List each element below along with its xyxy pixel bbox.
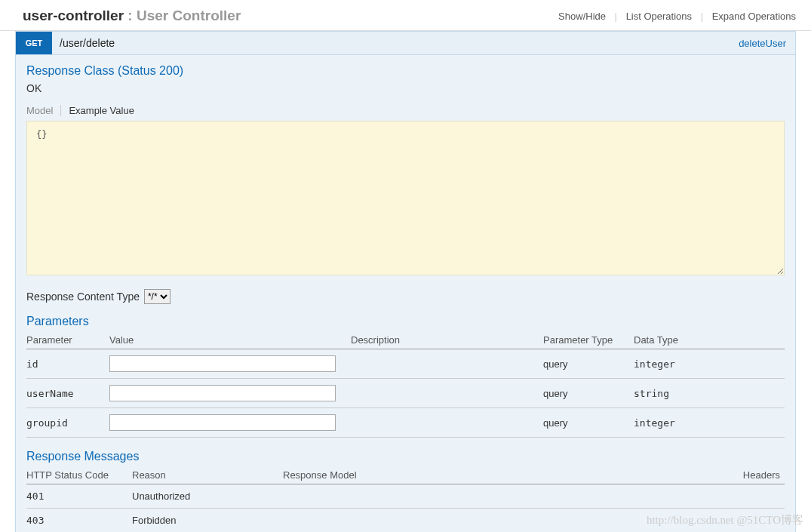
separator: | (701, 11, 703, 22)
response-message-row: 403 Forbidden (26, 509, 785, 533)
param-data-type: string (634, 379, 785, 408)
response-class-tabs: Model Example Value (26, 105, 785, 116)
response-model (283, 509, 724, 533)
reason: Unauthorized (132, 484, 283, 509)
controller-description: User Controller (137, 8, 241, 23)
col-description: Description (351, 331, 543, 349)
col-parameter: Parameter (26, 331, 109, 349)
separator: | (615, 11, 617, 22)
operation-bar[interactable]: GET /user/delete deleteUser (15, 31, 796, 55)
controller-title[interactable]: user-controller : User Controller (23, 8, 241, 24)
param-value-input[interactable] (109, 414, 336, 431)
col-response-model: Response Model (283, 466, 724, 484)
col-reason: Reason (132, 466, 283, 484)
param-type: query (543, 408, 634, 438)
param-name: id (26, 349, 109, 379)
param-value-input[interactable] (109, 355, 336, 372)
col-headers: Headers (724, 466, 785, 484)
controller-separator: : (124, 8, 137, 23)
tab-example-value[interactable]: Example Value (69, 105, 134, 116)
status-code: 403 (26, 509, 132, 533)
response-messages-table: HTTP Status Code Reason Response Model H… (26, 466, 785, 532)
operation-path[interactable]: /user/delete (52, 37, 739, 49)
controller-key: user-controller (23, 8, 124, 23)
param-data-type: integer (634, 349, 785, 379)
parameters-heading: Parameters (26, 315, 785, 328)
col-value: Value (109, 331, 351, 349)
param-name: groupid (26, 408, 109, 438)
operation-content: Response Class (Status 200) OK Model Exa… (15, 55, 796, 532)
http-method-badge: GET (16, 32, 52, 54)
param-type: query (543, 379, 634, 408)
param-row: id query integer (26, 349, 785, 379)
param-row: groupid query integer (26, 408, 785, 438)
response-headers (724, 484, 785, 509)
response-content-type-select[interactable]: */* (144, 289, 170, 304)
show-hide-link[interactable]: Show/Hide (558, 11, 606, 22)
param-data-type: integer (634, 408, 785, 438)
controller-header: user-controller : User Controller Show/H… (0, 0, 811, 31)
col-param-type: Parameter Type (543, 331, 634, 349)
reason: Forbidden (132, 509, 283, 533)
col-data-type: Data Type (634, 331, 785, 349)
response-content-type-row: Response Content Type */* (26, 289, 785, 304)
header-links: Show/Hide | List Operations | Expand Ope… (558, 11, 796, 22)
response-messages-heading: Response Messages (26, 450, 785, 463)
param-value-input[interactable] (109, 385, 336, 401)
param-description (351, 349, 543, 379)
expand-operations-link[interactable]: Expand Operations (712, 11, 796, 22)
param-type: query (543, 349, 634, 379)
tab-model[interactable]: Model (26, 105, 61, 116)
operation-name[interactable]: deleteUser (739, 38, 795, 49)
status-code: 401 (26, 484, 132, 509)
param-description (351, 379, 543, 408)
parameters-table: Parameter Value Description Parameter Ty… (26, 331, 785, 438)
response-content-type-label: Response Content Type (26, 291, 140, 303)
response-class-heading: Response Class (Status 200) (26, 64, 785, 78)
example-value-box[interactable]: {} (26, 121, 785, 275)
response-model (283, 484, 724, 509)
param-row: userName query string (26, 379, 785, 408)
response-status-text: OK (26, 82, 785, 94)
list-operations-link[interactable]: List Operations (626, 11, 692, 22)
param-description (351, 408, 543, 438)
param-name: userName (26, 379, 109, 408)
response-headers (724, 509, 785, 533)
col-status-code: HTTP Status Code (26, 466, 132, 484)
response-message-row: 401 Unauthorized (26, 484, 785, 509)
